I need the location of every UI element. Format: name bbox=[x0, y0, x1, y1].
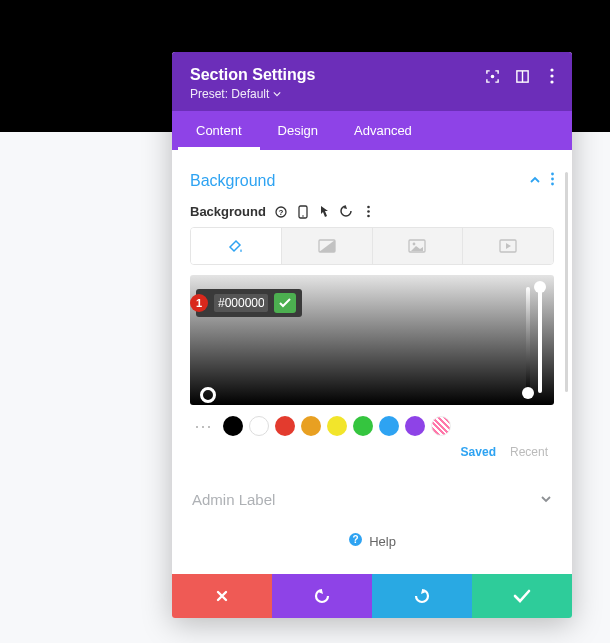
phone-icon[interactable] bbox=[296, 205, 310, 219]
close-icon bbox=[215, 589, 229, 603]
svg-point-15 bbox=[368, 215, 371, 218]
bg-tab-image[interactable] bbox=[372, 228, 463, 264]
swatch-more-icon[interactable]: ⋯ bbox=[194, 415, 213, 437]
color-picker[interactable]: 1 bbox=[190, 275, 554, 405]
section-more-icon[interactable] bbox=[551, 172, 554, 190]
swatch-black[interactable] bbox=[223, 416, 243, 436]
section-background-head: Background bbox=[190, 172, 554, 190]
check-icon bbox=[279, 298, 291, 308]
focus-icon[interactable] bbox=[484, 68, 500, 84]
hue-slider[interactable] bbox=[526, 287, 530, 393]
background-label-text: Background bbox=[190, 204, 266, 219]
swatch-white[interactable] bbox=[249, 416, 269, 436]
svg-point-0 bbox=[491, 75, 493, 77]
swatch-tabs: Saved Recent bbox=[190, 445, 554, 459]
tab-design[interactable]: Design bbox=[260, 111, 336, 150]
tab-bar: Content Design Advanced bbox=[172, 111, 572, 150]
columns-icon[interactable] bbox=[514, 68, 530, 84]
help-circle-icon: ? bbox=[348, 532, 363, 550]
help-link[interactable]: ? Help bbox=[190, 512, 554, 564]
swatch-yellow[interactable] bbox=[327, 416, 347, 436]
svg-text:?: ? bbox=[278, 208, 283, 217]
video-icon bbox=[499, 239, 517, 253]
alpha-slider[interactable] bbox=[538, 287, 542, 393]
redo-button[interactable] bbox=[372, 574, 472, 618]
section-admin-label[interactable]: Admin Label bbox=[190, 487, 554, 512]
preset-selector[interactable]: Preset: Default bbox=[190, 87, 554, 101]
header-actions bbox=[484, 68, 560, 84]
undo-button[interactable] bbox=[272, 574, 372, 618]
svg-point-6 bbox=[551, 173, 554, 176]
svg-point-7 bbox=[551, 178, 554, 181]
hover-icon[interactable] bbox=[318, 205, 332, 219]
swatch-green[interactable] bbox=[353, 416, 373, 436]
scrollbar[interactable] bbox=[565, 172, 568, 392]
preset-label: Preset: Default bbox=[190, 87, 269, 101]
svg-point-5 bbox=[550, 80, 553, 83]
caret-down-icon bbox=[273, 87, 281, 101]
svg-point-12 bbox=[302, 215, 304, 217]
swatch-tab-saved[interactable]: Saved bbox=[461, 445, 496, 459]
swatch-none[interactable] bbox=[431, 416, 451, 436]
svg-point-14 bbox=[368, 210, 371, 213]
swatch-orange[interactable] bbox=[301, 416, 321, 436]
svg-point-13 bbox=[368, 206, 371, 209]
swatch-blue[interactable] bbox=[379, 416, 399, 436]
hex-input[interactable] bbox=[214, 294, 268, 312]
panel-body: Background Background ? bbox=[172, 150, 572, 574]
svg-point-18 bbox=[413, 243, 416, 246]
image-icon bbox=[408, 239, 426, 253]
swatch-tab-recent[interactable]: Recent bbox=[510, 445, 548, 459]
gradient-icon bbox=[318, 239, 336, 253]
background-type-tabs bbox=[190, 227, 554, 265]
undo-icon bbox=[313, 587, 331, 605]
help-icon[interactable]: ? bbox=[274, 205, 288, 219]
settings-panel: Section Settings Preset: Default bbox=[172, 52, 572, 618]
section-title: Background bbox=[190, 172, 275, 190]
expand-icon bbox=[540, 491, 552, 508]
save-button[interactable] bbox=[472, 574, 572, 618]
tab-advanced[interactable]: Advanced bbox=[336, 111, 430, 150]
svg-point-3 bbox=[550, 68, 553, 71]
undo-icon[interactable] bbox=[340, 205, 354, 219]
svg-text:?: ? bbox=[353, 534, 359, 545]
help-label: Help bbox=[369, 534, 396, 549]
check-icon bbox=[513, 589, 531, 603]
swatch-red[interactable] bbox=[275, 416, 295, 436]
svg-point-8 bbox=[551, 183, 554, 186]
panel-footer bbox=[172, 574, 572, 618]
hex-pill: 1 bbox=[196, 289, 302, 317]
swatch-purple[interactable] bbox=[405, 416, 425, 436]
bg-tab-video[interactable] bbox=[462, 228, 553, 264]
callout-badge: 1 bbox=[190, 294, 208, 312]
bg-tab-gradient[interactable] bbox=[281, 228, 372, 264]
alpha-thumb[interactable] bbox=[534, 281, 546, 293]
swatch-row: ⋯ bbox=[190, 415, 554, 437]
svg-point-4 bbox=[550, 74, 553, 77]
panel-header: Section Settings Preset: Default bbox=[172, 52, 572, 111]
admin-label-title: Admin Label bbox=[192, 491, 275, 508]
paint-icon bbox=[227, 237, 245, 255]
more-vert-icon[interactable] bbox=[544, 68, 560, 84]
cancel-button[interactable] bbox=[172, 574, 272, 618]
hue-thumb[interactable] bbox=[522, 387, 534, 399]
tab-content[interactable]: Content bbox=[178, 111, 260, 150]
redo-icon bbox=[413, 587, 431, 605]
bg-tab-color[interactable] bbox=[191, 228, 281, 264]
picker-cursor[interactable] bbox=[200, 387, 216, 403]
background-row-label: Background ? bbox=[190, 204, 554, 219]
collapse-icon[interactable] bbox=[529, 172, 541, 190]
hex-confirm-button[interactable] bbox=[274, 293, 296, 313]
row-more-icon[interactable] bbox=[362, 205, 376, 219]
